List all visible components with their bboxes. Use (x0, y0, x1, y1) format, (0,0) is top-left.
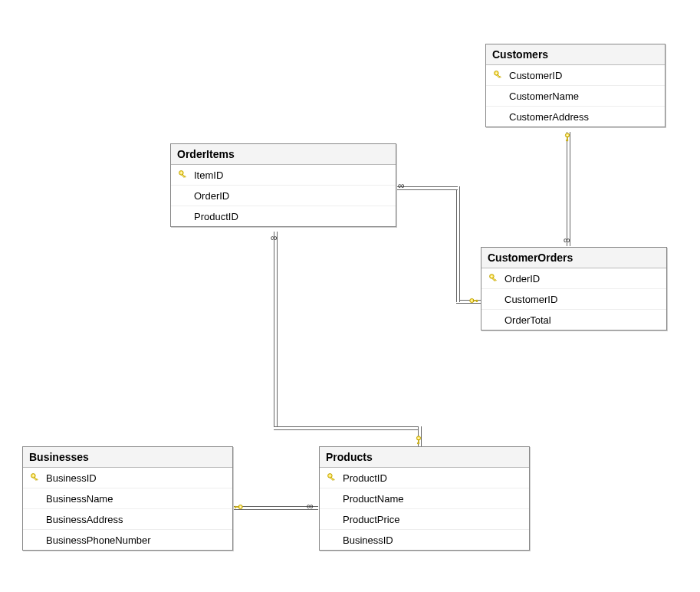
table-title: Products (320, 447, 529, 468)
infinity-icon: ∞ (564, 235, 570, 245)
table-row: BusinessID (320, 530, 529, 550)
column-name: ProductID (191, 211, 238, 222)
column-name: OrderTotal (501, 314, 551, 326)
rel-orderitems-products-seg1 (274, 232, 278, 429)
table-row: ProductName (320, 488, 529, 509)
rel-customerorders-orderitems-seg3 (396, 186, 458, 190)
table-row: OrderTotal (481, 310, 666, 330)
column-name: BusinessName (43, 493, 113, 505)
column-name: ItemID (191, 169, 223, 181)
table-row: ItemID (171, 165, 396, 186)
key-icon (488, 273, 499, 284)
column-name: ProductID (340, 472, 387, 484)
column-name: BusinessID (340, 534, 393, 546)
table-row: ProductID (320, 468, 529, 488)
table-title: CustomerOrders (481, 248, 666, 268)
rel-customers-customerorders (567, 132, 570, 246)
key-icon (178, 169, 189, 180)
column-name: BusinessID (43, 472, 97, 484)
table-row: CustomerAddress (486, 107, 665, 127)
infinity-icon: ∞ (271, 233, 278, 242)
table-row: CustomerName (486, 86, 665, 107)
table-row: OrderID (171, 186, 396, 206)
table-orderitems[interactable]: OrderItems ItemID OrderID ProductID (170, 143, 396, 227)
table-row: BusinessPhoneNumber (23, 530, 232, 550)
key-icon (413, 435, 424, 446)
table-row: OrderID (481, 268, 666, 289)
table-title: OrderItems (171, 144, 396, 165)
key-icon (493, 70, 504, 81)
column-name: ProductPrice (340, 514, 399, 525)
table-row: CustomerID (486, 65, 665, 86)
rel-businesses-products (232, 506, 318, 510)
table-row: BusinessID (23, 468, 232, 488)
infinity-icon: ∞ (307, 502, 314, 511)
column-name: OrderID (191, 190, 229, 202)
table-products[interactable]: Products ProductID ProductName ProductPr… (319, 446, 530, 551)
column-name: OrderID (501, 273, 540, 284)
column-name: BusinessAddress (43, 514, 123, 525)
key-icon (327, 472, 337, 483)
table-customerorders[interactable]: CustomerOrders OrderID CustomerID OrderT… (481, 247, 667, 331)
column-name: CustomerAddress (506, 111, 589, 123)
table-row: BusinessAddress (23, 509, 232, 530)
column-name: ProductName (340, 493, 403, 505)
infinity-icon: ∞ (398, 181, 405, 190)
table-title: Businesses (23, 447, 232, 468)
column-name: CustomerID (506, 70, 562, 81)
key-icon (233, 502, 244, 512)
table-row: BusinessName (23, 488, 232, 509)
table-title: Customers (486, 44, 665, 65)
rel-customerorders-orderitems-seg2 (456, 186, 460, 302)
rel-orderitems-products-seg2 (274, 426, 419, 430)
key-icon (30, 472, 41, 483)
table-row: ProductPrice (320, 509, 529, 530)
key-icon (562, 132, 573, 143)
column-name: CustomerName (506, 90, 579, 102)
table-businesses[interactable]: Businesses BusinessID BusinessName Busin… (22, 446, 233, 551)
column-name: BusinessPhoneNumber (43, 534, 151, 546)
key-icon (468, 295, 479, 306)
table-row: ProductID (171, 206, 396, 226)
table-row: CustomerID (481, 289, 666, 310)
table-customers[interactable]: Customers CustomerID CustomerName Custom… (485, 44, 665, 127)
column-name: CustomerID (501, 294, 557, 305)
